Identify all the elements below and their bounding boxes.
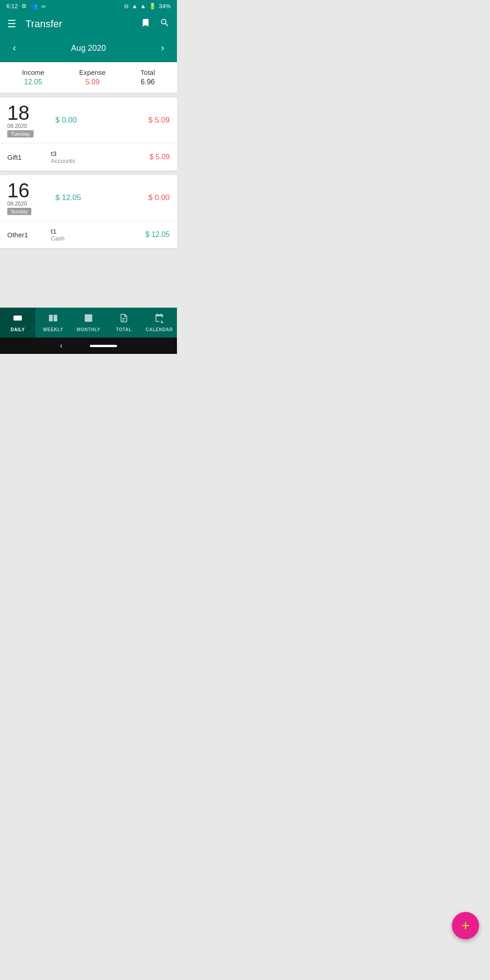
nav-icon-monthly [83, 313, 93, 325]
transaction-account: t1Cash [44, 227, 146, 242]
total-label: Total [141, 69, 155, 76]
status-bar: 6:12 ⚙ 👥 ∞ ⊖ ▲ ▲ 🔋 34% [0, 0, 177, 12]
back-button[interactable]: ‹ [60, 342, 62, 350]
account-name: t1 [51, 227, 146, 235]
nav-item-weekly[interactable]: WEEKLY [35, 308, 71, 338]
status-left: 6:12 ⚙ 👥 ∞ [6, 3, 46, 10]
main-content: 1808.2020Tuesday$ 0.00$ 5.09Gift1t3Accou… [0, 93, 177, 308]
bottom-nav: DAILYWEEKLYMONTHLYTOTALCALENDAR [0, 308, 177, 338]
status-time: 6:12 [6, 3, 18, 10]
svg-rect-1 [49, 315, 53, 322]
card-header-amounts: $ 0.00$ 5.09 [51, 116, 170, 125]
nav-icon-calendar [154, 313, 164, 325]
total-summary: Total 6.96 [141, 69, 155, 86]
transaction-category: Other1 [7, 231, 44, 239]
header-income-amount: $ 12.05 [55, 193, 81, 202]
transaction-amount: $ 5.09 [150, 153, 170, 161]
day-badge: Tuesday [7, 130, 34, 137]
card-header: 1608.2020Sunday$ 12.05$ 0.00 [0, 175, 177, 221]
app-bar: ☰ Transfer [0, 12, 177, 36]
date-block: 1808.2020Tuesday [7, 103, 44, 137]
month-title: Aug 2020 [71, 44, 106, 53]
transaction-row[interactable]: Gift1t3Accounts$ 5.09 [0, 143, 177, 171]
account-name: t3 [51, 150, 150, 157]
search-button[interactable] [160, 18, 170, 30]
home-indicator[interactable] [90, 345, 117, 347]
account-sub: Cash [51, 235, 146, 242]
system-bar: ‹ [0, 338, 177, 354]
menu-button[interactable]: ☰ [7, 18, 16, 30]
summary-row: Income 12.05 Expense 5.09 Total 6.96 [0, 62, 177, 93]
transaction-account: t3Accounts [44, 150, 150, 164]
header-income-amount: $ 0.00 [55, 116, 77, 125]
transaction-category: Gift1 [7, 153, 44, 161]
bookmark-button[interactable] [141, 18, 151, 30]
nav-label-weekly: WEEKLY [43, 327, 64, 332]
next-month-button[interactable]: › [157, 40, 168, 56]
dnd-icon: ⊖ [124, 3, 129, 10]
status-right: ⊖ ▲ ▲ 🔋 34% [124, 3, 171, 10]
nav-item-total[interactable]: TOTAL [106, 308, 142, 338]
header-expense-amount: $ 0.00 [148, 193, 170, 202]
date-number: 16 [7, 181, 29, 201]
transaction-card[interactable]: 1608.2020Sunday$ 12.05$ 0.00Other1t1Cash… [0, 175, 177, 248]
svg-rect-3 [85, 314, 93, 322]
date-number: 18 [7, 103, 29, 123]
card-header: 1808.2020Tuesday$ 0.00$ 5.09 [0, 98, 177, 143]
settings-icon: ⚙ [21, 3, 27, 10]
nav-label-total: TOTAL [116, 327, 132, 332]
nav-item-monthly[interactable]: MONTHLY [71, 308, 106, 338]
transaction-amount: $ 12.05 [146, 230, 170, 239]
account-sub: Accounts [51, 157, 150, 164]
wifi-icon: ▲ [132, 3, 137, 10]
nav-icon-daily [13, 313, 23, 325]
income-summary: Income 12.05 [22, 69, 44, 86]
svg-rect-2 [54, 315, 57, 322]
expense-summary: Expense 5.09 [79, 69, 106, 86]
expense-value: 5.09 [85, 78, 99, 86]
date-year: 08.2020 [7, 201, 31, 207]
nav-item-calendar[interactable]: CALENDAR [142, 308, 177, 338]
nav-item-daily[interactable]: DAILY [0, 308, 35, 338]
header-expense-amount: $ 5.09 [148, 116, 170, 125]
nav-label-calendar: CALENDAR [146, 327, 173, 332]
income-label: Income [22, 69, 44, 76]
app-title: Transfer [25, 18, 132, 30]
date-block: 1608.2020Sunday [7, 181, 44, 215]
nav-icon-total [119, 313, 129, 325]
total-value: 6.96 [141, 78, 155, 86]
month-nav: ‹ Aug 2020 › [0, 36, 177, 62]
income-value: 12.05 [24, 78, 42, 86]
nav-label-daily: DAILY [10, 327, 25, 332]
expense-label: Expense [79, 69, 106, 76]
prev-month-button[interactable]: ‹ [9, 40, 20, 56]
app-icon: 👥 [30, 3, 38, 10]
transaction-card[interactable]: 1808.2020Tuesday$ 0.00$ 5.09Gift1t3Accou… [0, 98, 177, 171]
battery-percent: 34% [159, 3, 171, 10]
signal-icon: ▲ [140, 3, 146, 10]
voicemail-icon: ∞ [41, 3, 45, 10]
battery-icon: 🔋 [149, 3, 156, 10]
day-badge: Sunday [7, 208, 31, 215]
date-year: 08.2020 [7, 123, 34, 129]
svg-rect-0 [14, 316, 22, 321]
transaction-row[interactable]: Other1t1Cash$ 12.05 [0, 221, 177, 248]
card-header-amounts: $ 12.05$ 0.00 [51, 193, 170, 202]
nav-label-monthly: MONTHLY [77, 327, 100, 332]
nav-icon-weekly [48, 313, 58, 325]
